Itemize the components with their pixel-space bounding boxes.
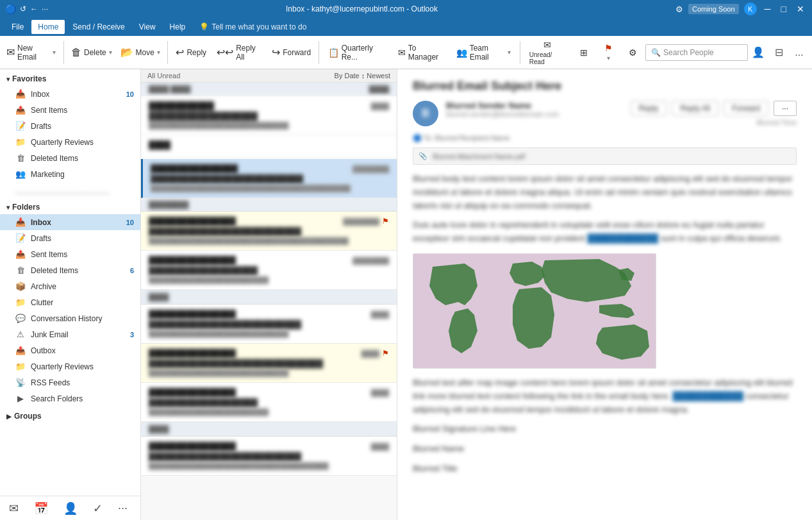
inbox-label: Inbox <box>31 218 121 227</box>
new-email-button[interactable]: ✉ New Email ▾ <box>3 38 60 67</box>
unread-read-button[interactable]: ✉ Unread/ Read <box>524 38 571 67</box>
nav-tasks-btn[interactable]: ✓ <box>90 499 105 518</box>
world-map-image <box>413 253 656 369</box>
maximize-btn[interactable]: □ <box>779 4 789 14</box>
list-item[interactable]: ████████████████ ████████ ⚑ ████████████… <box>141 212 397 251</box>
team-email-dropdown-icon[interactable]: ▾ <box>508 49 511 56</box>
signature-name-section: Blurred Name <box>413 442 797 456</box>
to-manager-button[interactable]: ✉ To Manager <box>393 38 450 67</box>
flag-dropdown-icon[interactable]: ▾ <box>607 55 610 62</box>
sidebar-item-deleted-fav[interactable]: 🗑 Deleted Items <box>0 150 140 166</box>
mail-preview: ████████████████████████ <box>149 408 389 416</box>
address-book-btn[interactable]: 👤 <box>748 42 768 63</box>
team-email-button[interactable]: 👥 Team Email ▾ <box>451 38 516 67</box>
sidebar-item-deleted[interactable]: 🗑 Deleted Items 6 <box>0 262 140 278</box>
sidebar-item-quarterly-fav[interactable]: 📁 Quarterly Reviews <box>0 134 140 150</box>
title-bar: 🔵 ↺ ← ··· Inbox - kathyt@lucernepubintl.… <box>0 0 812 18</box>
sidebar-item-outbox[interactable]: 📤 Outbox <box>0 342 140 358</box>
sidebar-item-quarterly[interactable]: 📁 Quarterly Reviews <box>0 358 140 374</box>
menu-home[interactable]: Home <box>31 20 65 34</box>
reply-action-btn[interactable]: Reply <box>631 101 667 116</box>
mail-sender: ████████████████ ████████ <box>149 256 389 265</box>
nav-mail-btn[interactable]: ✉ <box>6 499 21 518</box>
rules-button[interactable]: ⚙ <box>621 38 644 67</box>
sent-label: Sent Items <box>31 250 134 259</box>
menu-send-receive[interactable]: Send / Receive <box>66 20 131 34</box>
email-subject: Blurred Email Subject Here <box>413 80 797 93</box>
email-link-1[interactable]: ████████████ <box>587 233 658 243</box>
sidebar-item-sent[interactable]: 📤 Sent Items <box>0 246 140 262</box>
account-icon[interactable]: K <box>744 3 757 15</box>
sidebar-item-rss[interactable]: 📡 RSS Feeds <box>0 374 140 390</box>
list-item[interactable]: ████████████████ ████████ ██████████████… <box>141 159 397 198</box>
settings-icon[interactable]: ⚙ <box>675 4 683 14</box>
sidebar-item-marketing-fav[interactable]: 👥 Marketing <box>0 166 140 182</box>
close-btn[interactable]: ✕ <box>794 4 807 14</box>
junk-count: 3 <box>130 331 134 339</box>
world-map-svg <box>413 254 656 369</box>
forward-action-btn[interactable]: Forward <box>724 101 768 116</box>
sidebar-item-archive[interactable]: 📦 Archive <box>0 278 140 294</box>
menu-file[interactable]: File <box>5 20 30 34</box>
nav-contacts-btn[interactable]: 👤 <box>61 499 80 518</box>
back-icon[interactable]: ← <box>30 4 38 13</box>
move-dropdown-icon[interactable]: ▾ <box>157 49 160 56</box>
sidebar-item-drafts-fav[interactable]: 📝 Drafts <box>0 118 140 134</box>
to-label: 🔵 <box>413 134 424 142</box>
drafts-icon: 📝 <box>15 233 26 243</box>
nav-more-btn[interactable]: ··· <box>115 499 130 517</box>
new-email-dropdown-icon[interactable]: ▾ <box>53 49 56 56</box>
list-item[interactable]: ████████████████ ████ ██████████████████… <box>141 383 397 422</box>
email-link-2[interactable]: ████████████ <box>672 391 743 401</box>
sidebar-item-conv-history[interactable]: 💬 Conversation History <box>0 310 140 326</box>
list-item[interactable]: ████████████████ ████████ ██████████████… <box>141 251 397 290</box>
flag-button[interactable]: ⚑ ▾ <box>597 38 620 67</box>
forward-button[interactable]: ↪ Forward <box>269 38 315 67</box>
refresh-icon[interactable]: ↺ <box>20 4 26 13</box>
sidebar-item-inbox-fav[interactable]: 📥 Inbox 10 <box>0 86 140 102</box>
list-item[interactable]: ████████████████ ████ ⚑ ████████████████… <box>141 344 397 383</box>
groups-header[interactable]: ▶ Groups <box>0 407 140 423</box>
minimize-btn[interactable]: ─ <box>762 4 774 14</box>
groups-label: Groups <box>14 412 42 421</box>
list-item[interactable]: ████ <box>141 135 397 159</box>
tell-me-label: Tell me what you want to do <box>211 22 306 31</box>
reply-all-action-btn[interactable]: Reply All <box>672 101 718 116</box>
grid-icon: ⊞ <box>580 47 588 58</box>
sidebar-item-inbox[interactable]: 📥 Inbox 10 <box>0 214 140 230</box>
more-ribbon-btn[interactable]: ... <box>789 42 809 63</box>
coming-soon-label: Coming Soon <box>688 4 739 14</box>
list-item[interactable]: ████████████████ ████ ██████████████████… <box>141 305 397 344</box>
tell-me-box[interactable]: 💡 Tell me what you want to do <box>199 22 306 31</box>
main-area: ▾ Favorites 📥 Inbox 10 📤 Sent Items 📝 Dr… <box>0 69 812 520</box>
favorites-header[interactable]: ▾ Favorites <box>0 69 140 86</box>
quarterly-re-button[interactable]: 📋 Quarterly Re... <box>323 38 392 67</box>
nav-calendar-btn[interactable]: 📅 <box>31 499 51 518</box>
more-title-icon[interactable]: ··· <box>42 4 48 13</box>
menu-view[interactable]: View <box>133 20 162 34</box>
sidebar-item-junk[interactable]: ⚠ Junk Email 3 <box>0 326 140 342</box>
filter-btn[interactable]: ⊟ <box>768 42 789 63</box>
sidebar-item-sent-fav[interactable]: 📤 Sent Items <box>0 102 140 118</box>
sort-by-date[interactable]: By Date ↕ Newest <box>335 72 390 80</box>
deleted-count: 6 <box>130 267 134 274</box>
search-folders-label: Search Folders <box>31 394 134 403</box>
sidebar-item-clutter[interactable]: 📁 Clutter <box>0 294 140 310</box>
view-button[interactable]: ⊞ <box>572 38 595 67</box>
more-action-btn[interactable]: ··· <box>774 101 797 116</box>
search-people-input[interactable]: 🔍 Search People <box>645 44 748 61</box>
reply-button[interactable]: ↩ Reply <box>172 38 210 67</box>
mail-sender: ████████████████ ████████ ⚑ <box>149 217 389 226</box>
delete-button[interactable]: 🗑 Delete ▾ <box>68 38 116 67</box>
list-item[interactable]: ████████████ ████ ████████████████████ █… <box>141 96 397 135</box>
sidebar-item-drafts[interactable]: 📝 Drafts <box>0 230 140 246</box>
sidebar-item-search-folders[interactable]: ▶ Search Folders <box>0 390 140 407</box>
sort-label: All Unread <box>147 72 180 80</box>
rss-label: RSS Feeds <box>31 378 134 387</box>
list-item[interactable]: ████████████████ ████ ██████████████████… <box>141 437 397 476</box>
move-button[interactable]: 📂 Move ▾ <box>117 38 163 67</box>
delete-dropdown-icon[interactable]: ▾ <box>109 49 112 56</box>
folders-header[interactable]: ▾ Folders <box>0 197 140 214</box>
reply-all-button[interactable]: ↩↩ Reply All <box>211 38 267 67</box>
menu-help[interactable]: Help <box>163 20 192 34</box>
